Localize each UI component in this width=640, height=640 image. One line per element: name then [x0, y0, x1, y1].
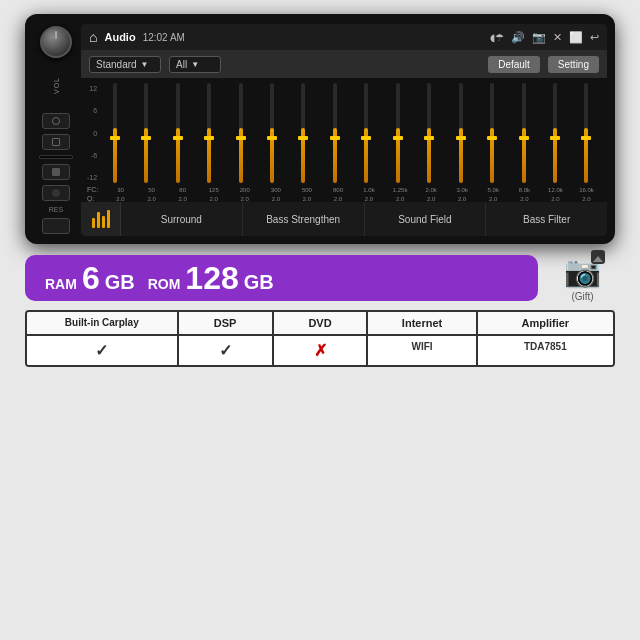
fc-val-3: 125 — [199, 187, 228, 193]
left-panel: VOL RES — [33, 24, 79, 236]
q-val-13: 2.0 — [510, 196, 539, 202]
q-val-6: 2.0 — [292, 196, 321, 202]
fc-val-14: 12.0k — [541, 187, 570, 193]
fc-label: FC: — [87, 186, 105, 193]
q-val-0: 2.0 — [106, 196, 135, 202]
eq-band-12[interactable] — [477, 83, 506, 183]
eq-band-7[interactable] — [320, 83, 349, 183]
control-bar: Standard ▼ All ▼ Default Setting — [81, 50, 607, 78]
q-val-11: 2.0 — [448, 196, 477, 202]
eq-band-1[interactable] — [132, 83, 161, 183]
fc-val-12: 5.0k — [479, 187, 508, 193]
disc-slot — [39, 155, 73, 159]
eq-band-13[interactable] — [509, 83, 538, 183]
eq-band-5[interactable] — [257, 83, 286, 183]
btn-4[interactable] — [42, 185, 70, 201]
ram-rom-badge: RAM 6 GB ROM 128 GB — [25, 255, 538, 301]
default-button[interactable]: Default — [488, 56, 540, 73]
eq-bands — [100, 83, 601, 183]
q-val-10: 2.0 — [417, 196, 446, 202]
gift-section: 📷 (Gift) — [550, 254, 615, 302]
eq-band-2[interactable] — [163, 83, 192, 183]
rom-unit: GB — [244, 271, 274, 294]
bottom-btn-3[interactable]: Bass Filter — [486, 202, 607, 236]
audio-label: Audio — [104, 31, 135, 43]
fc-val-8: 1.0k — [355, 187, 384, 193]
eq-band-8[interactable] — [352, 83, 381, 183]
ram-rom-section: RAM 6 GB ROM 128 GB 📷 (Gift) — [25, 254, 615, 302]
rom-label: ROM — [148, 276, 181, 292]
y-axis: 12 6 0 -6 -12 — [87, 83, 97, 183]
res-label: RES — [49, 206, 63, 213]
bottom-bar: SurroundBass StrengthenSound FieldBass F… — [81, 202, 607, 236]
eq-band-11[interactable] — [446, 83, 475, 183]
fc-val-15: 16.0k — [572, 187, 601, 193]
features-values-row: ✓ ✓ ✗ WIFI TDA7851 — [27, 336, 613, 365]
q-val-2: 2.0 — [168, 196, 197, 202]
fc-val-13: 8.0k — [510, 187, 539, 193]
btn-1[interactable] — [42, 113, 70, 129]
eq-area: 12 6 0 -6 -12 FC: 3050801252003005008001… — [81, 78, 607, 202]
val-dvd: ✗ — [274, 336, 369, 365]
chevron-down-icon-2: ▼ — [191, 60, 199, 69]
ram-value: 6 — [82, 262, 100, 294]
val-amplifier: TDA7851 — [478, 336, 613, 365]
fc-val-11: 3.0k — [448, 187, 477, 193]
bottom-btn-1[interactable]: Bass Strengthen — [243, 202, 365, 236]
volume-knob[interactable] — [40, 26, 72, 58]
q-val-4: 2.0 — [230, 196, 259, 202]
channel-dropdown[interactable]: All ▼ — [169, 56, 221, 73]
eq-band-0[interactable] — [100, 83, 129, 183]
q-val-5: 2.0 — [261, 196, 290, 202]
bottom-btn-0[interactable]: Surround — [121, 202, 243, 236]
features-header-row: Built-in Carplay DSP DVD Internet Amplif… — [27, 312, 613, 336]
time-display: 12:02 AM — [143, 32, 185, 43]
eq-band-14[interactable] — [540, 83, 569, 183]
fc-val-0: 30 — [106, 187, 135, 193]
setting-button[interactable]: Setting — [548, 56, 599, 73]
q-val-7: 2.0 — [323, 196, 352, 202]
fc-val-1: 50 — [137, 187, 166, 193]
btn-2[interactable] — [42, 134, 70, 150]
ram-label: RAM — [45, 276, 77, 292]
side-controls: RES — [33, 113, 79, 234]
camera-gift-icon: 📷 — [564, 254, 601, 289]
header-internet: Internet — [368, 312, 477, 334]
eq-band-10[interactable] — [415, 83, 444, 183]
q-val-8: 2.0 — [355, 196, 384, 202]
vol-label: VOL — [53, 77, 60, 94]
eq-band-6[interactable] — [289, 83, 318, 183]
header-dsp: DSP — [179, 312, 274, 334]
home-icon[interactable]: ⌂ — [89, 29, 97, 45]
features-table: Built-in Carplay DSP DVD Internet Amplif… — [25, 310, 615, 367]
rom-value: 128 — [185, 262, 238, 294]
stereo-unit: VOL RES — [25, 14, 615, 244]
screen: ⌂ Audio 12:02 AM ◖☂ 🔊 📷 ✕ ⬜ ↩ Standard ▼… — [81, 24, 607, 236]
preset-dropdown[interactable]: Standard ▼ — [89, 56, 161, 73]
q-val-15: 2.0 — [572, 196, 601, 202]
bottom-btn-2[interactable]: Sound Field — [365, 202, 487, 236]
eq-band-4[interactable] — [226, 83, 255, 183]
chevron-down-icon: ▼ — [141, 60, 149, 69]
equalizer-button[interactable] — [81, 202, 121, 236]
eq-band-9[interactable] — [383, 83, 412, 183]
close-icon[interactable]: ✕ — [553, 31, 562, 44]
header-carplay: Built-in Carplay — [27, 312, 179, 334]
fc-val-4: 200 — [230, 187, 259, 193]
camera-status-icon[interactable]: 📷 — [532, 31, 546, 44]
val-carplay: ✓ — [27, 336, 179, 365]
val-internet: WIFI — [368, 336, 477, 365]
volume-icon[interactable]: 🔊 — [511, 31, 525, 44]
btn-3[interactable] — [42, 164, 70, 180]
window-icon[interactable]: ⬜ — [569, 31, 583, 44]
btn-5[interactable] — [42, 218, 70, 234]
back-icon[interactable]: ↩ — [590, 31, 599, 44]
gift-label: (Gift) — [571, 291, 593, 302]
eq-band-15[interactable] — [572, 83, 601, 183]
val-dsp: ✓ — [179, 336, 274, 365]
fc-val-10: 2.0k — [417, 187, 446, 193]
q-val-14: 2.0 — [541, 196, 570, 202]
eq-band-3[interactable] — [194, 83, 223, 183]
fc-val-5: 300 — [261, 187, 290, 193]
ram-unit: GB — [105, 271, 135, 294]
